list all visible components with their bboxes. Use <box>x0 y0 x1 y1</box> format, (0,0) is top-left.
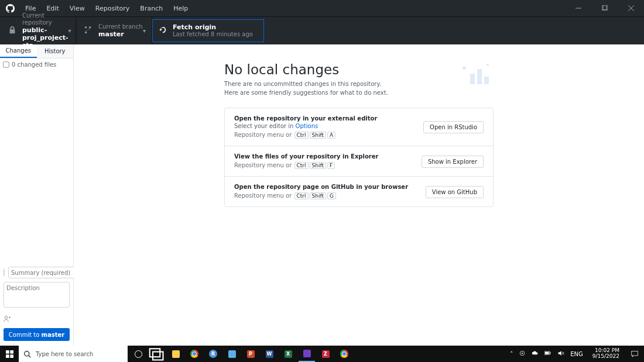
card-title: Open the repository page on GitHub in yo… <box>234 184 426 190</box>
avatar <box>4 268 5 277</box>
github-desktop-icon[interactable] <box>299 346 315 362</box>
file-explorer-icon[interactable] <box>167 346 184 362</box>
svg-rect-16 <box>10 354 13 358</box>
svg-rect-25 <box>545 352 549 354</box>
show-in-explorer-button[interactable]: Show in Explorer <box>422 156 484 168</box>
sync-icon <box>159 25 167 36</box>
powerpoint-icon[interactable]: P <box>242 346 259 362</box>
windows-taskbar: Type here to search R P W X Z ˄ ENG 10:0… <box>0 346 644 362</box>
svg-rect-14 <box>10 350 13 354</box>
card-shortcut: Repository menu or CtrlShiftF <box>234 162 422 169</box>
menu-view[interactable]: View <box>65 2 90 15</box>
taskbar-apps: R P W X Z <box>130 346 352 362</box>
commit-form: Commit to master <box>0 263 73 346</box>
github-logo <box>0 4 20 13</box>
branch-name: master <box>98 30 143 38</box>
empty-state-illustration <box>458 62 494 85</box>
card-title: View the files of your repository in Exp… <box>234 153 422 160</box>
svg-point-17 <box>25 351 29 356</box>
titlebar: File Edit View Repository Branch Help <box>0 0 644 16</box>
start-button[interactable] <box>0 346 19 362</box>
minimize-button[interactable] <box>565 0 591 16</box>
svg-rect-8 <box>470 74 475 84</box>
card-open-editor: Open the repository in your external edi… <box>225 108 493 146</box>
select-all-checkbox[interactable] <box>3 61 9 67</box>
svg-rect-28 <box>632 351 638 356</box>
search-icon <box>23 350 31 358</box>
search-placeholder: Type here to search <box>36 351 93 357</box>
page-subtitle: There are no uncommitted changes in this… <box>224 80 388 97</box>
svg-rect-15 <box>6 354 9 358</box>
chevron-down-icon: ▾ <box>143 27 146 34</box>
taskbar-search[interactable]: Type here to search <box>19 346 128 362</box>
svg-rect-19 <box>150 349 160 357</box>
card-description: Select your editor in Options <box>234 123 423 129</box>
fetch-origin-button[interactable]: Fetch origin Last fetched 8 minutes ago <box>152 19 264 42</box>
system-tray: ˄ ENG 10:02 PM 9/15/2022 <box>510 346 644 362</box>
action-center-icon[interactable] <box>629 350 640 357</box>
maximize-button[interactable] <box>591 0 618 16</box>
cortana-icon[interactable] <box>130 346 146 362</box>
language-indicator[interactable]: ENG <box>570 351 583 357</box>
volume-icon[interactable] <box>557 350 564 358</box>
git-branch-icon <box>84 25 93 36</box>
open-in-rstudio-button[interactable]: Open in RStudio <box>423 121 484 133</box>
svg-line-18 <box>29 355 30 357</box>
svg-rect-20 <box>153 352 163 360</box>
svg-rect-10 <box>484 77 489 84</box>
svg-point-11 <box>463 66 466 70</box>
current-repository-selector[interactable]: Current repository public-proj_project-s… <box>0 17 76 44</box>
card-shortcut: Repository menu or CtrlShiftA <box>234 132 423 139</box>
word-icon[interactable]: W <box>261 346 278 362</box>
description-input[interactable] <box>4 282 70 308</box>
card-view-github: Open the repository page on GitHub in yo… <box>225 177 493 206</box>
branch-label: Current branch <box>98 23 143 30</box>
menu-branch[interactable]: Branch <box>135 2 167 15</box>
location-icon[interactable] <box>519 350 526 358</box>
menu-help[interactable]: Help <box>169 2 193 15</box>
repo-name: public-proj_project-str <box>22 26 68 50</box>
svg-point-5 <box>5 316 8 319</box>
zotero-icon[interactable]: Z <box>317 346 334 362</box>
excel-icon[interactable]: X <box>280 346 296 362</box>
view-on-github-button[interactable]: View on GitHub <box>426 186 484 198</box>
svg-rect-9 <box>477 69 482 84</box>
current-branch-selector[interactable]: Current branch master ▾ <box>76 17 152 44</box>
menu-repository[interactable]: Repository <box>91 2 135 15</box>
svg-point-12 <box>487 64 489 66</box>
notepad-icon[interactable] <box>224 346 240 362</box>
sidebar: Changes History 0 changed files Commit t… <box>0 44 74 346</box>
add-coauthor-button[interactable] <box>4 313 70 325</box>
window-controls <box>565 0 644 16</box>
chrome-icon-2[interactable] <box>336 346 352 362</box>
tray-overflow-icon[interactable]: ˄ <box>510 351 513 357</box>
svg-point-22 <box>522 353 523 354</box>
onedrive-icon[interactable] <box>532 350 539 358</box>
svg-rect-13 <box>6 350 9 354</box>
lock-icon <box>8 25 16 36</box>
svg-rect-2 <box>603 5 608 10</box>
r-icon[interactable]: R <box>205 346 221 362</box>
card-shortcut: Repository menu or CtrlShiftG <box>234 192 426 199</box>
close-button[interactable] <box>618 0 644 16</box>
changed-files-count: 0 changed files <box>12 61 56 68</box>
chevron-down-icon: ▾ <box>68 27 71 34</box>
commit-button[interactable]: Commit to master <box>4 328 70 341</box>
card-title: Open the repository in your external edi… <box>234 115 423 122</box>
fetch-title: Fetch origin <box>173 23 253 31</box>
suggestion-cards: Open the repository in your external edi… <box>224 108 494 207</box>
options-link[interactable]: Options <box>296 123 318 129</box>
main-content: No local changes There are no uncommitte… <box>74 44 644 346</box>
card-show-explorer: View the files of your repository in Exp… <box>225 146 493 177</box>
svg-rect-1 <box>602 5 607 10</box>
svg-rect-24 <box>550 353 551 354</box>
chrome-icon[interactable] <box>186 346 203 362</box>
fetch-subtitle: Last fetched 8 minutes ago <box>173 31 253 38</box>
task-view-icon[interactable] <box>149 346 165 362</box>
battery-icon[interactable] <box>544 350 551 358</box>
page-title: No local changes <box>224 62 388 77</box>
repo-label: Current repository <box>22 12 68 26</box>
clock[interactable]: 10:02 PM 9/15/2022 <box>589 348 623 360</box>
changed-files-header: 0 changed files <box>0 58 73 70</box>
toolbar: Current repository public-proj_project-s… <box>0 16 644 44</box>
